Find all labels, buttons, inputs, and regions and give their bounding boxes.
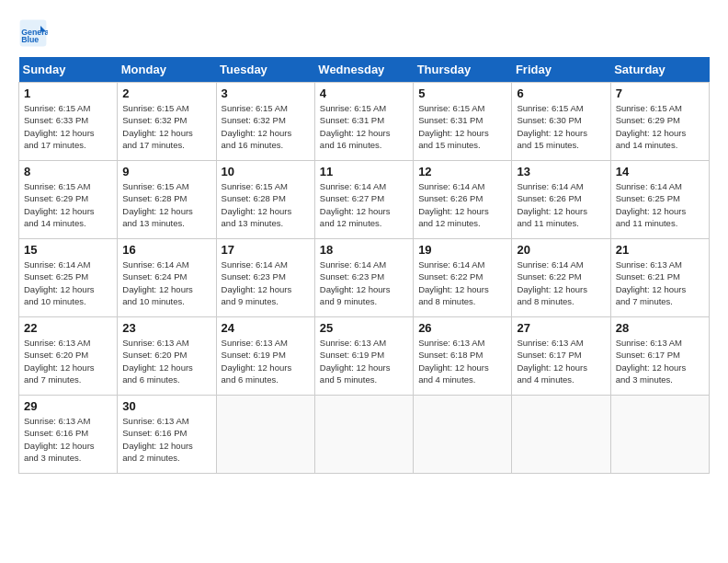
day-info: Sunrise: 6:14 AM Sunset: 6:26 PM Dayligh…: [517, 180, 605, 229]
day-info: Sunrise: 6:15 AM Sunset: 6:31 PM Dayligh…: [320, 102, 408, 151]
calendar-cell: 20 Sunrise: 6:14 AM Sunset: 6:22 PM Dayl…: [512, 239, 610, 317]
calendar-cell: 3 Sunrise: 6:15 AM Sunset: 6:32 PM Dayli…: [216, 83, 314, 161]
day-info: Sunrise: 6:15 AM Sunset: 6:32 PM Dayligh…: [222, 102, 310, 151]
day-number: 4: [320, 86, 408, 100]
day-info: Sunrise: 6:15 AM Sunset: 6:30 PM Dayligh…: [517, 102, 605, 151]
calendar-cell: 18 Sunrise: 6:14 AM Sunset: 6:23 PM Dayl…: [314, 239, 413, 317]
day-number: 16: [122, 243, 210, 257]
calendar-cell: 16 Sunrise: 6:14 AM Sunset: 6:24 PM Dayl…: [118, 239, 216, 317]
day-number: 25: [320, 321, 408, 335]
day-number: 15: [24, 243, 112, 257]
day-info: Sunrise: 6:14 AM Sunset: 6:26 PM Dayligh…: [418, 180, 506, 229]
calendar-cell: [314, 396, 413, 474]
day-info: Sunrise: 6:14 AM Sunset: 6:22 PM Dayligh…: [418, 259, 506, 307]
day-info: Sunrise: 6:13 AM Sunset: 6:21 PM Dayligh…: [616, 259, 704, 307]
calendar-week-4: 22 Sunrise: 6:13 AM Sunset: 6:20 PM Dayl…: [19, 317, 710, 396]
calendar-cell: 8 Sunrise: 6:15 AM Sunset: 6:29 PM Dayli…: [19, 161, 118, 239]
day-header-wednesday: Wednesday: [314, 57, 413, 83]
day-number: 2: [122, 86, 210, 100]
day-info: Sunrise: 6:13 AM Sunset: 6:19 PM Dayligh…: [320, 337, 408, 385]
day-number: 29: [24, 399, 112, 413]
calendar-cell: 30 Sunrise: 6:13 AM Sunset: 6:16 PM Dayl…: [118, 396, 216, 474]
day-number: 7: [616, 86, 704, 100]
day-number: 13: [517, 165, 605, 178]
day-number: 14: [616, 165, 704, 178]
day-number: 22: [24, 321, 112, 335]
day-info: Sunrise: 6:15 AM Sunset: 6:28 PM Dayligh…: [222, 180, 310, 229]
calendar-cell: 24 Sunrise: 6:13 AM Sunset: 6:19 PM Dayl…: [216, 317, 314, 396]
calendar-cell: [216, 396, 314, 474]
day-info: Sunrise: 6:15 AM Sunset: 6:29 PM Dayligh…: [616, 102, 704, 151]
calendar-cell: 23 Sunrise: 6:13 AM Sunset: 6:20 PM Dayl…: [118, 317, 216, 396]
day-number: 5: [418, 86, 506, 100]
day-header-friday: Friday: [512, 57, 610, 83]
calendar-cell: 22 Sunrise: 6:13 AM Sunset: 6:20 PM Dayl…: [19, 317, 118, 396]
calendar-cell: 6 Sunrise: 6:15 AM Sunset: 6:30 PM Dayli…: [512, 83, 610, 161]
day-number: 12: [418, 165, 506, 178]
day-number: 18: [320, 243, 408, 257]
day-number: 9: [122, 165, 210, 178]
day-info: Sunrise: 6:13 AM Sunset: 6:20 PM Dayligh…: [122, 337, 210, 385]
calendar-cell: 29 Sunrise: 6:13 AM Sunset: 6:16 PM Dayl…: [19, 396, 118, 474]
day-header-thursday: Thursday: [414, 57, 512, 83]
logo: General Blue: [18, 18, 51, 48]
day-info: Sunrise: 6:15 AM Sunset: 6:29 PM Dayligh…: [24, 180, 112, 229]
page-header: General Blue: [18, 18, 710, 48]
calendar-cell: 2 Sunrise: 6:15 AM Sunset: 6:32 PM Dayli…: [118, 83, 216, 161]
day-number: 19: [418, 243, 506, 257]
calendar-cell: 28 Sunrise: 6:13 AM Sunset: 6:17 PM Dayl…: [610, 317, 709, 396]
day-info: Sunrise: 6:15 AM Sunset: 6:32 PM Dayligh…: [122, 102, 210, 151]
calendar-week-1: 1 Sunrise: 6:15 AM Sunset: 6:33 PM Dayli…: [19, 83, 710, 161]
calendar-cell: 10 Sunrise: 6:15 AM Sunset: 6:28 PM Dayl…: [216, 161, 314, 239]
calendar-table: SundayMondayTuesdayWednesdayThursdayFrid…: [18, 57, 710, 474]
day-info: Sunrise: 6:13 AM Sunset: 6:16 PM Dayligh…: [122, 415, 210, 464]
calendar-week-3: 15 Sunrise: 6:14 AM Sunset: 6:25 PM Dayl…: [19, 239, 710, 317]
day-info: Sunrise: 6:14 AM Sunset: 6:25 PM Dayligh…: [24, 259, 112, 307]
day-number: 1: [24, 86, 112, 100]
day-info: Sunrise: 6:14 AM Sunset: 6:23 PM Dayligh…: [222, 259, 310, 307]
day-info: Sunrise: 6:14 AM Sunset: 6:25 PM Dayligh…: [616, 180, 704, 229]
day-number: 21: [616, 243, 704, 257]
day-info: Sunrise: 6:14 AM Sunset: 6:27 PM Dayligh…: [320, 180, 408, 229]
day-info: Sunrise: 6:13 AM Sunset: 6:19 PM Dayligh…: [222, 337, 310, 385]
day-info: Sunrise: 6:15 AM Sunset: 6:33 PM Dayligh…: [24, 102, 112, 151]
calendar-cell: 13 Sunrise: 6:14 AM Sunset: 6:26 PM Dayl…: [512, 161, 610, 239]
day-number: 3: [222, 86, 310, 100]
calendar-cell: 27 Sunrise: 6:13 AM Sunset: 6:17 PM Dayl…: [512, 317, 610, 396]
day-info: Sunrise: 6:15 AM Sunset: 6:31 PM Dayligh…: [418, 102, 506, 151]
day-info: Sunrise: 6:14 AM Sunset: 6:22 PM Dayligh…: [517, 259, 605, 307]
calendar-cell: 25 Sunrise: 6:13 AM Sunset: 6:19 PM Dayl…: [314, 317, 413, 396]
calendar-cell: [414, 396, 512, 474]
calendar-cell: [512, 396, 610, 474]
day-number: 23: [122, 321, 210, 335]
day-info: Sunrise: 6:13 AM Sunset: 6:16 PM Dayligh…: [24, 415, 112, 464]
calendar-cell: 21 Sunrise: 6:13 AM Sunset: 6:21 PM Dayl…: [610, 239, 709, 317]
day-number: 10: [222, 165, 310, 178]
calendar-cell: 9 Sunrise: 6:15 AM Sunset: 6:28 PM Dayli…: [118, 161, 216, 239]
day-header-sunday: Sunday: [19, 57, 118, 83]
day-header-tuesday: Tuesday: [216, 57, 314, 83]
svg-text:Blue: Blue: [21, 35, 39, 44]
logo-icon: General Blue: [18, 18, 48, 48]
calendar-cell: 11 Sunrise: 6:14 AM Sunset: 6:27 PM Dayl…: [314, 161, 413, 239]
day-header-monday: Monday: [118, 57, 216, 83]
day-number: 6: [517, 86, 605, 100]
day-info: Sunrise: 6:13 AM Sunset: 6:17 PM Dayligh…: [616, 337, 704, 385]
day-number: 26: [418, 321, 506, 335]
day-number: 11: [320, 165, 408, 178]
day-info: Sunrise: 6:15 AM Sunset: 6:28 PM Dayligh…: [122, 180, 210, 229]
calendar-cell: 14 Sunrise: 6:14 AM Sunset: 6:25 PM Dayl…: [610, 161, 709, 239]
calendar-week-2: 8 Sunrise: 6:15 AM Sunset: 6:29 PM Dayli…: [19, 161, 710, 239]
calendar-cell: 4 Sunrise: 6:15 AM Sunset: 6:31 PM Dayli…: [314, 83, 413, 161]
calendar-week-5: 29 Sunrise: 6:13 AM Sunset: 6:16 PM Dayl…: [19, 396, 710, 474]
calendar-cell: 15 Sunrise: 6:14 AM Sunset: 6:25 PM Dayl…: [19, 239, 118, 317]
calendar-cell: 17 Sunrise: 6:14 AM Sunset: 6:23 PM Dayl…: [216, 239, 314, 317]
day-number: 8: [24, 165, 112, 178]
day-info: Sunrise: 6:13 AM Sunset: 6:20 PM Dayligh…: [24, 337, 112, 385]
day-number: 27: [517, 321, 605, 335]
day-header-saturday: Saturday: [610, 57, 709, 83]
calendar-cell: [610, 396, 709, 474]
day-number: 20: [517, 243, 605, 257]
calendar-cell: 19 Sunrise: 6:14 AM Sunset: 6:22 PM Dayl…: [414, 239, 512, 317]
calendar-cell: 26 Sunrise: 6:13 AM Sunset: 6:18 PM Dayl…: [414, 317, 512, 396]
